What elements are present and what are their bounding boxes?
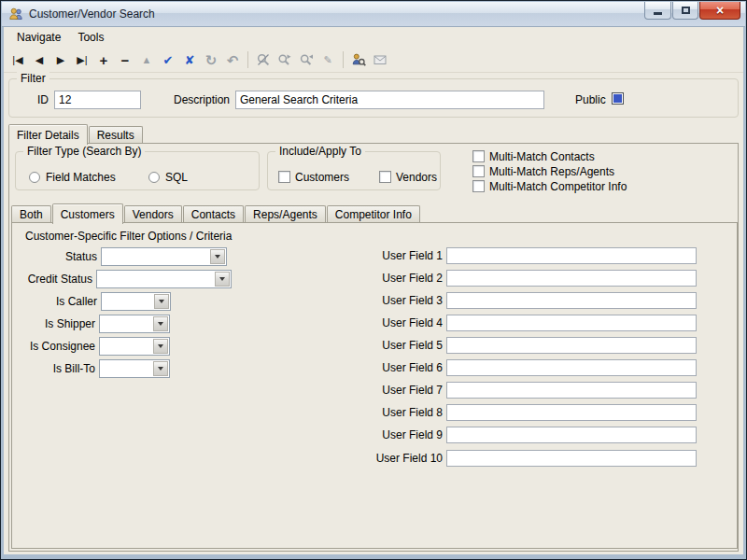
mail-icon	[373, 52, 388, 67]
user-field-8-label: User Field 8	[344, 406, 443, 419]
menu-bar: Navigate Tools	[4, 27, 743, 48]
is-caller-combobox[interactable]	[101, 292, 171, 311]
window-controls: ×	[643, 2, 740, 20]
search-next-button[interactable]	[275, 49, 295, 70]
search-prev-button[interactable]	[296, 49, 317, 70]
minimize-button[interactable]	[644, 2, 671, 20]
multi-match-contacts-checkbox[interactable]	[472, 150, 485, 162]
user-field-8-input[interactable]	[446, 404, 697, 421]
undo-icon: ↶	[227, 53, 239, 67]
revert-button[interactable]: ↶	[222, 49, 243, 70]
dropdown-button[interactable]	[215, 272, 230, 287]
user-field-10-label: User Field 10	[344, 452, 443, 465]
tab-results[interactable]: Results	[89, 126, 143, 144]
refresh-button[interactable]: ↻	[201, 49, 221, 70]
menu-navigate[interactable]: Navigate	[8, 28, 69, 47]
description-label: Description	[174, 93, 230, 106]
dropdown-button[interactable]	[153, 316, 168, 331]
chevron-down-icon	[215, 255, 220, 259]
field-matches-radio[interactable]	[29, 172, 40, 183]
is-consignee-label: Is Consignee	[12, 340, 95, 353]
last-record-button[interactable]: ▶|	[72, 49, 92, 70]
credit-status-combobox[interactable]	[96, 270, 232, 288]
search-slash-icon	[256, 52, 271, 67]
edit-criteria-button[interactable]: ✎	[317, 49, 338, 70]
menu-tools[interactable]: Tools	[69, 28, 112, 47]
public-checkbox[interactable]	[612, 92, 624, 105]
close-button[interactable]: ×	[699, 2, 740, 20]
dropdown-button[interactable]	[153, 361, 168, 376]
maximize-button[interactable]	[672, 2, 698, 20]
sql-label: SQL	[165, 171, 188, 184]
credit-status-label: Credit Status	[12, 273, 92, 286]
id-input[interactable]	[54, 91, 141, 109]
user-field-6-input[interactable]	[446, 359, 697, 376]
subtab-competitor-info[interactable]: Competitor Info	[327, 205, 420, 223]
multi-match-contacts-label: Multi-Match Contacts	[489, 150, 595, 163]
include-customers-checkbox[interactable]	[278, 171, 290, 183]
include-apply-title: Include/Apply To	[275, 145, 365, 158]
status-combobox[interactable]	[101, 247, 227, 266]
multi-match-competitor-checkbox[interactable]	[472, 180, 485, 192]
chevron-down-icon	[158, 367, 163, 371]
cancel-edit-button[interactable]: ✘	[179, 49, 200, 70]
user-field-3-input[interactable]	[446, 292, 697, 309]
include-vendors-checkbox[interactable]	[379, 171, 391, 183]
user-field-6-label: User Field 6	[344, 361, 443, 374]
post-edit-button[interactable]: ✔	[158, 49, 178, 70]
edit-record-button[interactable]: ▲	[136, 49, 157, 70]
delete-record-button[interactable]: −	[115, 49, 135, 70]
previous-record-button[interactable]: ◀	[29, 49, 49, 70]
dropdown-button[interactable]	[210, 249, 225, 264]
include-apply-groupbox: Include/Apply To Customers Vendors	[267, 151, 441, 190]
sql-radio[interactable]	[148, 172, 160, 183]
send-email-button[interactable]	[370, 49, 390, 70]
search-button[interactable]	[253, 49, 274, 70]
user-field-4-input[interactable]	[446, 315, 697, 331]
include-vendors-label: Vendors	[396, 171, 437, 184]
subtab-both[interactable]: Both	[11, 205, 51, 223]
multi-match-reps-checkbox[interactable]	[472, 165, 485, 177]
user-field-2-input[interactable]	[446, 270, 697, 287]
user-field-10-input[interactable]	[446, 450, 697, 467]
field-matches-label: Field Matches	[46, 171, 116, 184]
insert-record-button[interactable]: +	[93, 49, 114, 70]
next-record-button[interactable]: ▶	[50, 49, 71, 70]
people-search-icon	[351, 52, 366, 67]
user-field-9-input[interactable]	[446, 427, 697, 443]
contact-search-button[interactable]	[348, 49, 369, 70]
title-bar[interactable]: Customer/Vendor Search ×	[2, 2, 745, 27]
is-consignee-combobox[interactable]	[99, 337, 170, 356]
sub-tabstrip: Both Customers Vendors Contacts Reps/Age…	[11, 202, 421, 223]
first-record-button[interactable]: |◀	[7, 49, 28, 70]
dropdown-button[interactable]	[154, 294, 169, 309]
public-label: Public	[575, 93, 606, 106]
close-icon: ×	[716, 4, 724, 17]
user-field-5-label: User Field 5	[344, 339, 443, 352]
user-field-5-input[interactable]	[446, 337, 697, 354]
cross-icon: ✘	[185, 54, 195, 66]
pencil-icon: ✎	[323, 55, 331, 65]
customers-panel: Customer-Specific Filter Options / Crite…	[11, 222, 738, 549]
user-field-7-input[interactable]	[446, 382, 697, 399]
is-bill-to-combobox[interactable]	[99, 359, 170, 378]
subtab-contacts[interactable]: Contacts	[183, 205, 244, 223]
chevron-down-icon	[159, 300, 164, 303]
tab-filter-details[interactable]: Filter Details	[8, 124, 88, 145]
customer-panel-title: Customer-Specific Filter Options / Crite…	[25, 230, 232, 243]
dropdown-button[interactable]	[153, 339, 168, 354]
multi-match-competitor-label: Multi-Match Competitor Info	[489, 180, 627, 193]
app-window: Customer/Vendor Search × Navigate Tools …	[0, 0, 747, 560]
check-icon: ✔	[163, 54, 174, 66]
filter-group-title: Filter	[17, 72, 49, 85]
subtab-reps-agents[interactable]: Reps/Agents	[245, 205, 326, 223]
people-icon	[8, 7, 23, 21]
subtab-customers[interactable]: Customers	[52, 203, 123, 224]
user-field-1-label: User Field 1	[344, 249, 443, 262]
is-shipper-combobox[interactable]	[99, 315, 170, 333]
subtab-vendors[interactable]: Vendors	[124, 205, 182, 223]
toolbar: |◀ ◀ ▶ ▶| + − ▲ ✔ ✘ ↻ ↶	[4, 48, 743, 73]
filter-type-title: Filter Type (Search By)	[23, 145, 145, 158]
description-input[interactable]	[235, 91, 544, 109]
user-field-1-input[interactable]	[446, 247, 697, 264]
